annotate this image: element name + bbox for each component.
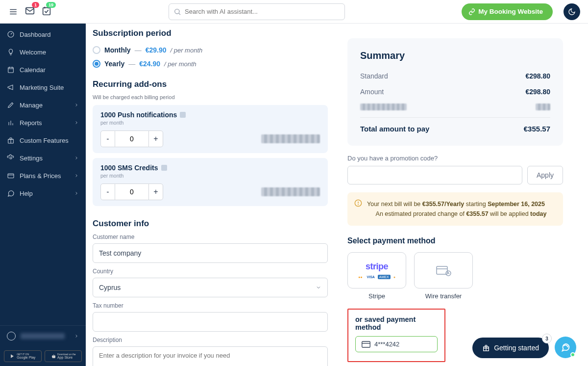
chat-bubble[interactable] (555, 337, 576, 358)
sidebar-item-welcome[interactable]: Welcome (0, 43, 86, 61)
card-icon (362, 341, 370, 348)
apple-icon (50, 354, 55, 359)
svg-rect-4 (43, 7, 50, 15)
summary-row-value: €298.80 (525, 88, 550, 96)
info-icon[interactable] (180, 112, 186, 118)
sidebar-item-manage[interactable]: Manage (0, 96, 86, 114)
plan-monthly-row[interactable]: Monthly — €29.90 / per month (93, 43, 328, 57)
sidebar-item-plans[interactable]: Plans & Prices (0, 167, 86, 184)
gear-icon (7, 154, 15, 162)
dashboard-icon (7, 30, 15, 38)
customer-name-label: Customer name (93, 234, 328, 240)
sidebar-user[interactable] (0, 325, 86, 346)
apply-button[interactable]: Apply (527, 166, 563, 184)
play-icon (10, 354, 15, 359)
sidebar-item-reports[interactable]: Reports (0, 114, 86, 131)
svg-rect-20 (8, 174, 14, 178)
saved-card-button[interactable]: 4***4242 (355, 336, 438, 352)
stepper-plus[interactable]: + (148, 131, 163, 147)
sidebar-item-marketing[interactable]: Marketing Suite (0, 78, 86, 96)
subscription-heading: Subscription period (93, 28, 328, 38)
search-wrap (169, 3, 345, 20)
saved-payment-heading: or saved payment method (355, 315, 438, 331)
tasks-icon[interactable]: 19 (41, 5, 52, 18)
getting-started-label: Getting started (494, 344, 539, 352)
stepper-input[interactable] (115, 131, 148, 147)
addon-sms: 1000 SMS Credits per month - + (93, 158, 328, 206)
my-booking-label: My Booking Website (478, 8, 543, 15)
country-label: Country (93, 268, 328, 275)
summary-total-label: Total amount to pay (360, 125, 429, 133)
getting-started-button[interactable]: Getting started 3 (472, 338, 549, 358)
payment-stripe[interactable]: stripe ●●VISAAMEX● Stripe (347, 252, 406, 300)
info-icon[interactable] (161, 165, 167, 171)
user-name-redacted (21, 333, 65, 339)
payment-wire[interactable]: Wire transfer (414, 252, 473, 300)
stepper-plus[interactable]: + (148, 183, 163, 200)
addon-push: 1000 Push notifications per month - + (93, 105, 328, 153)
sidebar-item-settings[interactable]: Settings (0, 149, 86, 167)
country-select[interactable]: Cyprus (93, 278, 328, 297)
addons-heading: Recurring add-ons (93, 79, 328, 89)
summary-heading: Summary (360, 50, 550, 61)
card-icon (7, 172, 15, 180)
moon-icon (568, 8, 576, 16)
gift-icon (7, 136, 15, 144)
payment-heading: Select payment method (347, 236, 563, 245)
tasks-badge: 19 (46, 2, 56, 8)
sidebar-item-label: Dashboard (20, 31, 51, 38)
promo-label: Do you have a promotion code? (347, 155, 563, 162)
plan-yearly-row[interactable]: Yearly — €24.90 / per month (93, 57, 328, 71)
mail-icon[interactable]: 1 (24, 5, 35, 18)
sidebar-item-help[interactable]: Help (0, 184, 86, 202)
stepper-minus[interactable]: - (100, 131, 115, 147)
alert-icon (354, 199, 362, 207)
payment-stripe-label: Stripe (347, 292, 406, 300)
calendar-icon (7, 66, 15, 74)
description-textarea[interactable] (93, 346, 328, 366)
desc-label: Description (93, 337, 328, 343)
getting-started-badge: 3 (542, 334, 552, 343)
plan-monthly-label: Monthly (104, 46, 131, 54)
sidebar-item-label: Manage (20, 102, 43, 109)
sidebar-item-custom[interactable]: Custom Features (0, 131, 86, 149)
search-input[interactable] (169, 3, 345, 20)
dark-mode-toggle[interactable] (564, 3, 580, 20)
plan-monthly-price: €29.90 (146, 46, 167, 54)
tax-input[interactable] (93, 312, 328, 332)
saved-payment-highlight: or saved payment method 4***4242 (347, 309, 445, 362)
sidebar: Dashboard Welcome Calendar Marketing Sui… (0, 24, 86, 366)
sidebar-item-label: Calendar (20, 66, 46, 74)
sidebar-item-label: Reports (20, 119, 42, 127)
summary-card: Summary Standard€298.80 Amount€298.80 To… (347, 38, 563, 146)
promo-input[interactable] (347, 166, 522, 184)
svg-rect-28 (362, 341, 370, 347)
sidebar-item-label: Plans & Prices (20, 172, 61, 180)
plan-yearly-price: €24.90 (139, 60, 160, 68)
summary-row-label: Standard (360, 72, 388, 80)
radio-yearly[interactable] (93, 60, 100, 68)
hamburger-icon[interactable] (8, 7, 19, 16)
mail-badge: 1 (32, 2, 39, 8)
customer-name-input[interactable] (93, 243, 328, 263)
stepper-minus[interactable]: - (100, 183, 115, 200)
sidebar-item-label: Custom Features (20, 137, 69, 144)
plan-yearly-label: Yearly (104, 60, 124, 68)
radio-monthly[interactable] (93, 46, 100, 54)
my-booking-button[interactable]: My Booking Website (462, 3, 553, 20)
megaphone-icon (7, 83, 15, 91)
saved-card-number: 4***4242 (374, 340, 399, 348)
stepper-input[interactable] (115, 183, 148, 200)
app-store-badge[interactable]: Download on theApp Store (45, 350, 82, 362)
addon-price-redacted (261, 134, 320, 143)
addon-sms-stepper: - + (100, 183, 163, 200)
sidebar-item-label: Settings (20, 155, 43, 162)
sidebar-item-calendar[interactable]: Calendar (0, 61, 86, 78)
chevron-right-icon (74, 120, 79, 125)
google-play-badge[interactable]: GET IT ONGoogle Play (4, 350, 42, 362)
sidebar-item-dashboard[interactable]: Dashboard (0, 26, 86, 43)
chevron-right-icon (74, 103, 79, 107)
top-bar: 1 19 My Booking Website (0, 0, 588, 24)
app-store-badges: GET IT ONGoogle Play Download on theApp … (0, 346, 86, 366)
svg-point-24 (358, 205, 359, 205)
